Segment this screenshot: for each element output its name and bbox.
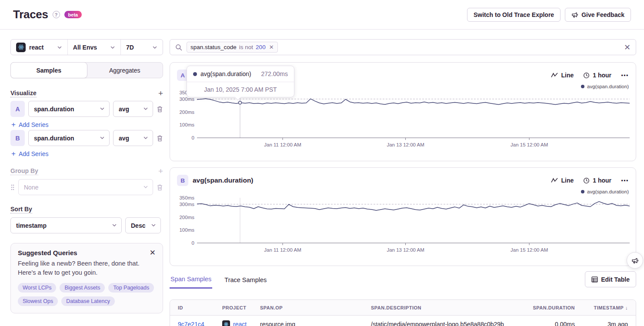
- add-series-button-b[interactable]: + Add Series: [11, 150, 163, 157]
- tooltip-series-dot: [193, 72, 197, 76]
- tab-trace-samples[interactable]: Trace Samples: [224, 276, 267, 288]
- samples-tabs: Span Samples Trace Samples Edit Table: [170, 274, 636, 290]
- tab-samples[interactable]: Samples: [10, 62, 87, 78]
- megaphone-icon: [631, 257, 639, 264]
- span-id-link[interactable]: 9c7e21c4: [178, 321, 222, 326]
- tab-span-samples[interactable]: Span Samples: [170, 276, 212, 289]
- search-input[interactable]: span.status_code is not 200 ✕ ✕: [170, 39, 636, 55]
- clock-icon: [583, 72, 590, 79]
- add-visualize-icon[interactable]: +: [158, 89, 163, 97]
- react-project-icon: [16, 43, 26, 52]
- project-cell: react: [222, 320, 260, 326]
- suggested-queries-panel: Suggested Queries ✕ Feeling like a newb?…: [10, 243, 163, 313]
- line-chart-icon: [551, 73, 558, 78]
- give-feedback-button[interactable]: Give Feedback: [565, 8, 631, 22]
- span-duration-cell: 0.00ms: [518, 321, 575, 326]
- chevron-down-icon: [110, 45, 115, 50]
- edit-table-button[interactable]: Edit Table: [585, 271, 636, 287]
- svg-text:200ms: 200ms: [179, 215, 194, 220]
- environment-selector[interactable]: All Envs: [67, 40, 120, 55]
- svg-text:Jan 15 12:00 AM: Jan 15 12:00 AM: [511, 247, 548, 253]
- col-span-op[interactable]: SPAN.OP: [260, 305, 371, 310]
- switch-old-explore-button[interactable]: Switch to Old Trace Explore: [467, 8, 561, 22]
- group-by-select[interactable]: None: [18, 179, 153, 195]
- svg-text:Jan 13 12:00 AM: Jan 13 12:00 AM: [387, 247, 424, 253]
- chevron-down-icon: [151, 222, 156, 229]
- col-span-description[interactable]: SPAN.DESCRIPTION: [371, 305, 518, 310]
- col-timestamp[interactable]: TIMESTAMP ↓: [575, 305, 628, 310]
- table-header-row: ID PROJECT SPAN.OP SPAN.DESCRIPTION SPAN…: [170, 300, 636, 316]
- clear-search-icon[interactable]: ✕: [624, 43, 631, 51]
- chevron-down-icon: [143, 135, 148, 142]
- svg-text:0: 0: [192, 135, 194, 140]
- chevron-down-icon: [112, 222, 117, 229]
- sort-field-select[interactable]: timestamp: [10, 217, 122, 233]
- sort-desc-arrow-icon: ↓: [625, 305, 628, 310]
- chart-panel-b: B avg(span.duration) Line 1 hour ⋯: [170, 167, 636, 266]
- date-range-selector[interactable]: 7D: [120, 40, 163, 55]
- col-project[interactable]: PROJECT: [222, 305, 260, 310]
- drag-handle-icon[interactable]: [10, 184, 15, 191]
- chart-a-plot[interactable]: 350ms300ms200ms100ms0Jan 11 12:00 AMJan …: [177, 91, 630, 148]
- search-filter-token[interactable]: span.status_code is not 200 ✕: [187, 42, 278, 53]
- chart-b-badge: B: [177, 175, 188, 186]
- series-b-aggregate-select[interactable]: avg: [113, 130, 153, 146]
- svg-text:Jan 11 12:00 AM: Jan 11 12:00 AM: [264, 142, 301, 147]
- tab-aggregates[interactable]: Aggregates: [87, 63, 163, 78]
- suggested-chip-top-pageloads[interactable]: Top Pageloads: [108, 283, 154, 293]
- chart-b-more-icon[interactable]: ⋯: [621, 176, 629, 185]
- suggested-queries-title: Suggested Queries: [18, 249, 77, 256]
- suggested-chip-biggest-assets[interactable]: Biggest Assets: [60, 283, 105, 293]
- chart-b-plot[interactable]: 350ms300ms200ms100ms0Jan 11 12:00 AMJan …: [177, 196, 630, 253]
- series-badge-b: B: [10, 130, 25, 146]
- svg-text:200ms: 200ms: [179, 110, 194, 115]
- delete-series-b-icon[interactable]: [157, 135, 163, 142]
- clock-icon: [583, 177, 590, 184]
- react-project-icon: [222, 320, 230, 326]
- timestamp-cell: 3m ago: [575, 321, 628, 326]
- page-filter-bar: react All Envs 7D: [10, 39, 163, 55]
- svg-text:100ms: 100ms: [179, 227, 194, 233]
- svg-text:350ms: 350ms: [179, 196, 194, 200]
- series-a-field-select[interactable]: span.duration: [28, 101, 110, 117]
- sort-by-row: timestamp Desc: [10, 217, 163, 233]
- series-b-field-select[interactable]: span.duration: [28, 130, 110, 146]
- suggested-chip-database-latency[interactable]: Database Latency: [61, 296, 115, 306]
- chevron-down-icon: [100, 106, 105, 113]
- col-id[interactable]: ID: [178, 305, 222, 310]
- chart-a-more-icon[interactable]: ⋯: [621, 71, 629, 80]
- table-icon: [591, 276, 598, 283]
- mode-tabs: Samples Aggregates: [10, 62, 163, 78]
- svg-text:Jan 15 12:00 AM: Jan 15 12:00 AM: [511, 142, 548, 147]
- search-icon: [175, 44, 182, 51]
- add-group-by-icon[interactable]: +: [158, 167, 163, 175]
- floating-feedback-button[interactable]: [627, 252, 643, 269]
- delete-series-a-icon[interactable]: [157, 106, 163, 113]
- beta-badge: beta: [64, 11, 82, 18]
- interval-button[interactable]: 1 hour: [583, 72, 611, 79]
- series-row-a: A span.duration avg: [10, 101, 163, 117]
- chart-tooltip: avg(span.duration) 272.00ms Jan 10, 2025…: [187, 66, 294, 97]
- svg-text:0: 0: [192, 240, 194, 246]
- delete-group-by-icon[interactable]: [157, 184, 163, 191]
- chart-type-button[interactable]: Line: [551, 72, 574, 79]
- remove-token-icon[interactable]: ✕: [269, 44, 274, 50]
- suggested-chip-slowest-ops[interactable]: Slowest Ops: [18, 296, 58, 306]
- project-selector[interactable]: react: [11, 40, 67, 55]
- interval-button[interactable]: 1 hour: [583, 177, 611, 184]
- project-link[interactable]: react: [233, 321, 247, 326]
- series-a-aggregate-select[interactable]: avg: [113, 101, 153, 117]
- svg-text:Jan 13 12:00 AM: Jan 13 12:00 AM: [387, 142, 424, 147]
- svg-text:100ms: 100ms: [179, 122, 194, 127]
- suggested-chip-worst-lcps[interactable]: Worst LCPs: [18, 283, 56, 293]
- chart-b-legend[interactable]: avg(span.duration): [177, 189, 629, 194]
- legend-dot: [581, 85, 584, 88]
- chart-panel-a: A avg(span.duration) Line 1 hour ⋯: [170, 62, 636, 161]
- close-suggested-icon[interactable]: ✕: [150, 249, 156, 256]
- chart-type-button[interactable]: Line: [551, 177, 574, 184]
- sort-direction-select[interactable]: Desc: [125, 217, 161, 233]
- group-by-row: None: [10, 179, 163, 195]
- help-icon[interactable]: ?: [53, 11, 60, 18]
- col-span-duration[interactable]: SPAN.DURATION: [518, 305, 575, 310]
- add-series-button-a[interactable]: + Add Series: [11, 121, 163, 128]
